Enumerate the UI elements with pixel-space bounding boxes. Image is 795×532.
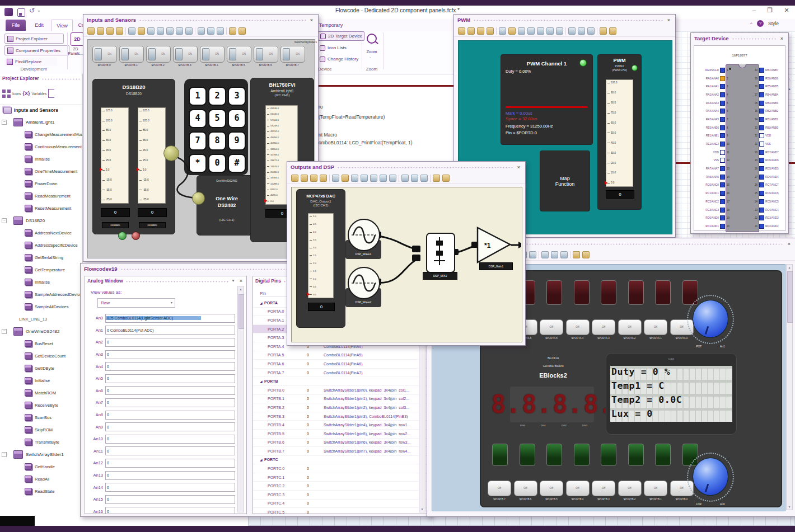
digital-pin-row[interactable]: ◢ PORTC	[253, 456, 428, 465]
tree-item[interactable]: SampleAddressedDevice	[0, 288, 82, 300]
toolbar-icon[interactable]	[537, 27, 544, 35]
tree-item[interactable]: ResetMeasurement	[0, 202, 82, 214]
toolbar-icon[interactable]	[138, 27, 145, 35]
toolbar-icon[interactable]	[370, 175, 377, 182]
style-button[interactable]: Style	[768, 21, 779, 26]
chip-pin[interactable]: RA5/ANA5 7	[699, 115, 733, 124]
tree-item[interactable]: ScanBus	[0, 411, 82, 423]
chip-pin[interactable]: 25 RC6/ANC6	[751, 189, 785, 197]
chip-pin[interactable]: 28 RD5/AND5	[751, 164, 785, 173]
toolbar-icon[interactable]	[238, 27, 246, 35]
scroll-up-icon[interactable]: ▲	[787, 266, 792, 269]
close-icon[interactable]: ×	[308, 17, 315, 23]
digital-pin-row[interactable]: ◢ PORTA.6 0 ComboBL0114(PinA6)	[253, 360, 428, 369]
tree-item[interactable]: GetSerialString	[0, 251, 82, 263]
pot-knob[interactable]	[693, 300, 728, 338]
tab-file[interactable]: File	[6, 20, 26, 31]
tree-item[interactable]: OneWireDS2482	[0, 325, 82, 337]
panel-header[interactable]: Analog Window ▾ ×	[85, 276, 246, 285]
analog-value-field[interactable]: 0	[105, 446, 235, 455]
chip-pin[interactable]: 38 RB5/ANB5	[751, 82, 785, 91]
chip-pin[interactable]: RA0/ANA0 2	[699, 74, 733, 83]
slider-pointer[interactable]	[605, 181, 608, 185]
view-toggle[interactable]: Icon Lists	[318, 44, 364, 52]
chip-pin[interactable]: RC3/ANC3 18	[699, 206, 733, 214]
chip-pin[interactable]: RA7/ANA7 13	[699, 164, 733, 173]
scrollbar-thumb[interactable]	[238, 294, 244, 329]
digital-pin-row[interactable]: ◢ PORTB.7 0 SwitchArraySlider1(pin7), ke…	[253, 447, 428, 456]
tree-item[interactable]: ReadMeasurement	[0, 190, 82, 202]
ribbon-collapse-icon[interactable]: ^	[750, 21, 752, 26]
ribbon-component-properties-button[interactable]: Component Properties	[4, 45, 69, 55]
toolbar-icon[interactable]	[401, 175, 409, 182]
digital-pin-row[interactable]: ◢ PORTB.6 0 SwitchArraySlider1(pin6), ke…	[253, 439, 428, 448]
toolbar-icon[interactable]	[217, 27, 224, 35]
tree-item[interactable]: AddressSpecificDevice	[0, 239, 82, 251]
chip-pin[interactable]: 30 RD7/AND7	[751, 148, 785, 157]
board-push-button[interactable]: Off	[566, 481, 590, 496]
tree-item[interactable]: SwitchArraySlider1	[0, 448, 82, 460]
toolbar-icon[interactable]	[541, 251, 549, 258]
toolbar-icon[interactable]	[301, 175, 308, 182]
analog-value-field[interactable]: 0	[105, 362, 235, 371]
digital-pin-row[interactable]: ◢ PORTB.3 0 SwitchArraySlider1(pin3), Co…	[253, 412, 428, 421]
digital-pin-row[interactable]: ◢ PORTC.2 0	[253, 482, 428, 491]
analog-value-field[interactable]: 0	[105, 435, 235, 444]
board-push-button[interactable]: Off	[618, 481, 642, 496]
save-icon[interactable]	[17, 8, 25, 17]
chip-pin[interactable]: RA1/ANA1 3	[699, 82, 733, 91]
toolbar-icon[interactable]	[568, 27, 576, 35]
toolbar-icon[interactable]	[229, 27, 236, 35]
scrollbar-thumb[interactable]	[787, 271, 793, 323]
chip-pin[interactable]: RA3/ANA3 5	[699, 99, 733, 107]
toolbar-icon[interactable]	[529, 251, 536, 258]
toolbar-icon[interactable]	[310, 175, 317, 182]
toolbar-icon[interactable]	[176, 27, 183, 35]
chip-pin[interactable]: RE1/ANE1 9	[699, 132, 733, 140]
toolbar-icon[interactable]	[420, 175, 428, 182]
digital-pin-row[interactable]: ◢ PORTB	[253, 377, 428, 386]
chip-pin[interactable]: 35 RB2/ANB2	[751, 107, 785, 115]
chip-pin[interactable]: 32 VDD	[751, 132, 785, 140]
digital-pin-row[interactable]: ◢ PORTC.0 0	[253, 464, 428, 473]
chip-pin[interactable]: RA2/ANA2 4	[699, 91, 733, 99]
toolbar-icon[interactable]	[487, 27, 494, 35]
close-button[interactable]: ✕	[782, 7, 792, 14]
analog-value-field[interactable]: 0	[105, 471, 235, 480]
chip-pin[interactable]: 39 RB6/ANB6	[751, 74, 785, 83]
digital-pin-row[interactable]: ◢ PORTA.5 0 ComboBL0114(PinA5)	[253, 351, 428, 360]
toolbar-icon[interactable]	[320, 175, 327, 182]
toolbar-icon[interactable]	[332, 175, 339, 182]
digital-pin-row[interactable]: ◢ PORTC.4 0	[253, 500, 428, 509]
toolbar-icon[interactable]	[195, 27, 195, 35]
analog-value-field[interactable]: 0	[105, 398, 235, 407]
toolbar-icon[interactable]	[527, 27, 535, 35]
chevron-down-icon[interactable]: ▾	[38, 9, 40, 13]
toolbar-icon[interactable]	[560, 251, 568, 258]
view-mode-dropdown[interactable]: Raw ▾	[97, 298, 175, 308]
tree-item[interactable]: ReceiveByte	[0, 399, 82, 411]
toolbar-icon[interactable]	[389, 175, 396, 182]
toolbar-icon[interactable]	[380, 175, 387, 182]
toolbar-icon[interactable]	[207, 27, 214, 35]
digital-pin-row[interactable]: ◢ PORTC.5 0	[253, 508, 428, 514]
wire-node[interactable]	[192, 192, 205, 205]
analog-value-field[interactable]: 0	[105, 411, 235, 420]
chip-pin[interactable]: 40 RB7/ANB7	[751, 66, 785, 74]
toolbar-icon[interactable]	[342, 175, 349, 182]
board-push-button[interactable]: Off	[644, 481, 667, 496]
chip-pin[interactable]: 33 RB0/ANB0	[751, 124, 785, 132]
horizontal-scrollbar[interactable]	[248, 516, 795, 526]
toolbar-icon[interactable]	[157, 27, 164, 35]
chip-pin[interactable]: VDD 11	[699, 148, 733, 157]
view-toggle[interactable]: Change History	[318, 55, 364, 63]
board-scrollbar[interactable]: ▲ ▼	[786, 264, 793, 510]
tab-view[interactable]: View	[52, 20, 73, 31]
analog-value-field[interactable]: 0	[105, 338, 235, 347]
chip-pin[interactable]: RE3/MCLR 1	[699, 66, 733, 74]
analog-value-field[interactable]: 0 ComboBL0114(Pot ADC)	[105, 326, 235, 335]
chip-pin[interactable]: 34 RB1/ANB1	[751, 115, 785, 124]
chip-pin[interactable]: 29 RD6/AND6	[751, 157, 785, 165]
analog-value-field[interactable]: 0	[105, 459, 235, 468]
board-push-button[interactable]: Off	[566, 319, 590, 335]
